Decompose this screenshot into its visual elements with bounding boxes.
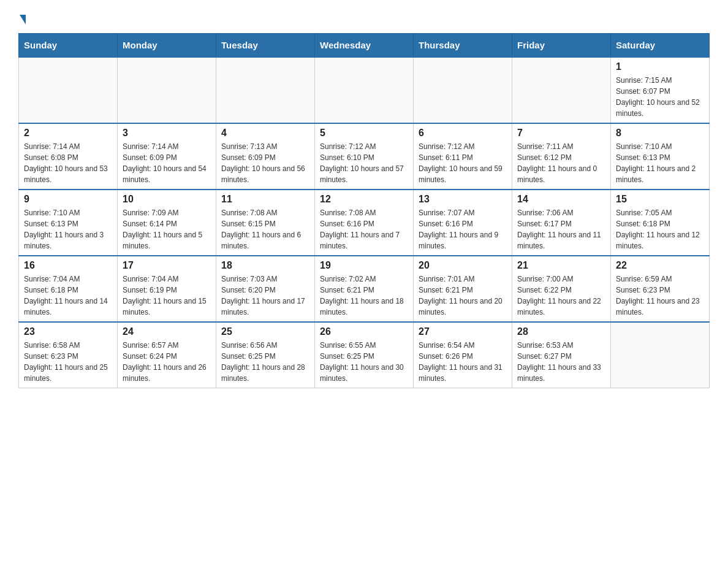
day-number: 7 [517,128,605,139]
day-info: Sunrise: 7:07 AMSunset: 6:16 PMDaylight:… [419,207,507,251]
day-number: 12 [320,194,408,205]
calendar-cell: 25Sunrise: 6:56 AMSunset: 6:25 PMDayligh… [216,322,315,388]
calendar-cell: 13Sunrise: 7:07 AMSunset: 6:16 PMDayligh… [414,190,512,256]
calendar-cell: 18Sunrise: 7:03 AMSunset: 6:20 PMDayligh… [216,256,315,322]
day-info: Sunrise: 7:06 AMSunset: 6:17 PMDaylight:… [517,207,605,251]
day-header-wednesday: Wednesday [315,34,414,58]
day-number: 14 [517,194,605,205]
day-info: Sunrise: 7:15 AMSunset: 6:07 PMDaylight:… [616,75,704,119]
day-number: 5 [320,128,408,139]
calendar-cell [512,57,611,123]
day-number: 22 [616,260,704,271]
calendar-cell: 6Sunrise: 7:12 AMSunset: 6:11 PMDaylight… [414,123,512,190]
day-info: Sunrise: 7:04 AMSunset: 6:18 PMDaylight:… [24,274,112,318]
day-header-sunday: Sunday [19,34,118,58]
calendar-cell: 4Sunrise: 7:13 AMSunset: 6:09 PMDaylight… [216,123,315,190]
day-info: Sunrise: 6:58 AMSunset: 6:23 PMDaylight:… [24,340,112,384]
day-number: 3 [123,128,211,139]
day-info: Sunrise: 6:54 AMSunset: 6:26 PMDaylight:… [419,340,507,384]
calendar-header: SundayMondayTuesdayWednesdayThursdayFrid… [19,34,710,58]
calendar-week-row: 9Sunrise: 7:10 AMSunset: 6:13 PMDaylight… [19,190,710,256]
day-header-friday: Friday [512,34,611,58]
calendar-cell: 26Sunrise: 6:55 AMSunset: 6:25 PMDayligh… [315,322,414,388]
day-number: 16 [24,260,112,271]
calendar-cell: 15Sunrise: 7:05 AMSunset: 6:18 PMDayligh… [611,190,710,256]
logo-arrow-icon [20,15,26,25]
day-number: 28 [517,326,605,337]
day-info: Sunrise: 7:04 AMSunset: 6:19 PMDaylight:… [123,274,211,318]
day-info: Sunrise: 7:02 AMSunset: 6:21 PMDaylight:… [320,274,408,318]
calendar-cell: 27Sunrise: 6:54 AMSunset: 6:26 PMDayligh… [414,322,512,388]
day-number: 2 [24,128,112,139]
calendar-cell: 12Sunrise: 7:08 AMSunset: 6:16 PMDayligh… [315,190,414,256]
calendar-cell: 17Sunrise: 7:04 AMSunset: 6:19 PMDayligh… [118,256,216,322]
calendar-cell [19,57,118,123]
day-header-thursday: Thursday [414,34,512,58]
day-info: Sunrise: 6:55 AMSunset: 6:25 PMDaylight:… [320,340,408,384]
calendar-cell [315,57,414,123]
day-info: Sunrise: 7:01 AMSunset: 6:21 PMDaylight:… [419,274,507,318]
day-header-row: SundayMondayTuesdayWednesdayThursdayFrid… [19,34,710,58]
day-info: Sunrise: 7:09 AMSunset: 6:14 PMDaylight:… [123,207,211,251]
logo [18,12,26,23]
calendar-cell: 24Sunrise: 6:57 AMSunset: 6:24 PMDayligh… [118,322,216,388]
day-info: Sunrise: 7:10 AMSunset: 6:13 PMDaylight:… [24,207,112,251]
calendar-cell: 10Sunrise: 7:09 AMSunset: 6:14 PMDayligh… [118,190,216,256]
calendar-cell: 20Sunrise: 7:01 AMSunset: 6:21 PMDayligh… [414,256,512,322]
calendar-cell: 22Sunrise: 6:59 AMSunset: 6:23 PMDayligh… [611,256,710,322]
day-number: 20 [419,260,507,271]
calendar-cell: 9Sunrise: 7:10 AMSunset: 6:13 PMDaylight… [19,190,118,256]
calendar-cell: 1Sunrise: 7:15 AMSunset: 6:07 PMDaylight… [611,57,710,123]
day-info: Sunrise: 7:03 AMSunset: 6:20 PMDaylight:… [221,274,309,318]
day-info: Sunrise: 7:11 AMSunset: 6:12 PMDaylight:… [517,141,605,185]
day-number: 11 [221,194,309,205]
day-number: 4 [221,128,309,139]
day-info: Sunrise: 7:08 AMSunset: 6:15 PMDaylight:… [221,207,309,251]
day-number: 10 [123,194,211,205]
calendar-week-row: 16Sunrise: 7:04 AMSunset: 6:18 PMDayligh… [19,256,710,322]
day-info: Sunrise: 7:10 AMSunset: 6:13 PMDaylight:… [616,141,704,185]
day-info: Sunrise: 7:05 AMSunset: 6:18 PMDaylight:… [616,207,704,251]
day-header-monday: Monday [118,34,216,58]
day-number: 6 [419,128,507,139]
day-info: Sunrise: 7:12 AMSunset: 6:10 PMDaylight:… [320,141,408,185]
day-info: Sunrise: 7:08 AMSunset: 6:16 PMDaylight:… [320,207,408,251]
calendar-cell: 23Sunrise: 6:58 AMSunset: 6:23 PMDayligh… [19,322,118,388]
day-number: 9 [24,194,112,205]
day-info: Sunrise: 7:14 AMSunset: 6:09 PMDaylight:… [123,141,211,185]
day-number: 1 [616,61,704,72]
day-info: Sunrise: 6:56 AMSunset: 6:25 PMDaylight:… [221,340,309,384]
day-info: Sunrise: 7:13 AMSunset: 6:09 PMDaylight:… [221,141,309,185]
day-number: 13 [419,194,507,205]
day-header-saturday: Saturday [611,34,710,58]
page-header [18,12,710,23]
day-info: Sunrise: 6:59 AMSunset: 6:23 PMDaylight:… [616,274,704,318]
calendar-week-row: 1Sunrise: 7:15 AMSunset: 6:07 PMDaylight… [19,57,710,123]
day-number: 18 [221,260,309,271]
day-header-tuesday: Tuesday [216,34,315,58]
day-info: Sunrise: 7:14 AMSunset: 6:08 PMDaylight:… [24,141,112,185]
calendar-cell [216,57,315,123]
calendar-week-row: 23Sunrise: 6:58 AMSunset: 6:23 PMDayligh… [19,322,710,388]
day-info: Sunrise: 6:57 AMSunset: 6:24 PMDaylight:… [123,340,211,384]
calendar-cell: 8Sunrise: 7:10 AMSunset: 6:13 PMDaylight… [611,123,710,190]
calendar-table: SundayMondayTuesdayWednesdayThursdayFrid… [18,33,710,388]
day-number: 24 [123,326,211,337]
calendar-cell: 7Sunrise: 7:11 AMSunset: 6:12 PMDaylight… [512,123,611,190]
day-number: 17 [123,260,211,271]
calendar-cell: 21Sunrise: 7:00 AMSunset: 6:22 PMDayligh… [512,256,611,322]
calendar-cell: 16Sunrise: 7:04 AMSunset: 6:18 PMDayligh… [19,256,118,322]
calendar-cell: 28Sunrise: 6:53 AMSunset: 6:27 PMDayligh… [512,322,611,388]
day-number: 25 [221,326,309,337]
day-number: 8 [616,128,704,139]
calendar-cell: 2Sunrise: 7:14 AMSunset: 6:08 PMDaylight… [19,123,118,190]
calendar-cell [118,57,216,123]
day-info: Sunrise: 7:12 AMSunset: 6:11 PMDaylight:… [419,141,507,185]
day-number: 15 [616,194,704,205]
day-number: 23 [24,326,112,337]
calendar-cell: 5Sunrise: 7:12 AMSunset: 6:10 PMDaylight… [315,123,414,190]
calendar-cell: 11Sunrise: 7:08 AMSunset: 6:15 PMDayligh… [216,190,315,256]
calendar-cell: 14Sunrise: 7:06 AMSunset: 6:17 PMDayligh… [512,190,611,256]
calendar-cell: 3Sunrise: 7:14 AMSunset: 6:09 PMDaylight… [118,123,216,190]
day-info: Sunrise: 7:00 AMSunset: 6:22 PMDaylight:… [517,274,605,318]
